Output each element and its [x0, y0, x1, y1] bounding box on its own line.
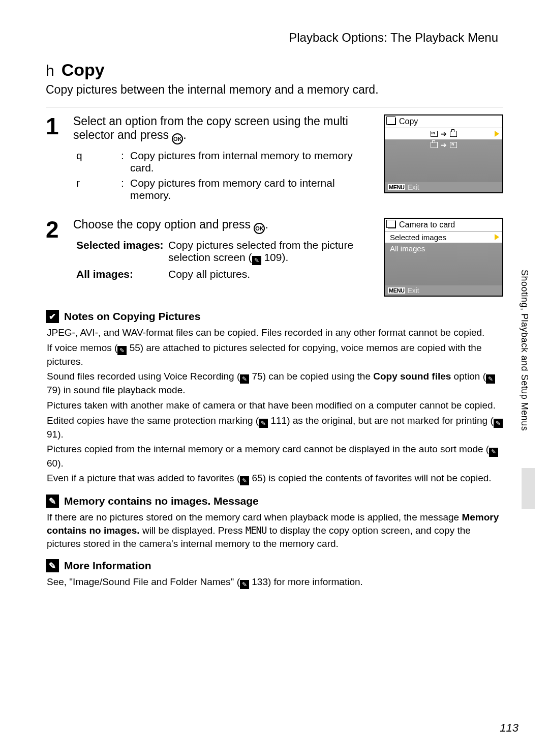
step-2-heading: Choose the copy option and press OK. — [73, 218, 375, 234]
arrow-right-icon: ➔ — [441, 130, 447, 138]
screen-row-mem-to-card: ➔ — [385, 128, 502, 139]
screen-row-all-images: All images — [385, 243, 502, 254]
note-p5: Edited copies have the same protection m… — [47, 414, 503, 441]
lcd-screen-camera-to-card: Camera to card Selected images All image… — [384, 218, 503, 297]
screen-row-selected-images: Selected images — [385, 231, 502, 243]
info-icon: ✎ — [46, 559, 59, 572]
card-icon — [450, 131, 457, 137]
lcd-screen-copy: Copy ➔ ➔ MENU Exit — [384, 114, 503, 193]
def-all-images: All images: Copy all pictures. — [73, 268, 375, 280]
screen-footer: MENU Exit — [385, 285, 502, 296]
step-number: 2 — [46, 218, 63, 297]
note-p7: Even if a picture that was added to favo… — [47, 472, 503, 485]
notes-more-info: ✎ More Information See, "Image/Sound Fil… — [46, 559, 503, 589]
menu-button-icon: MENU — [388, 184, 405, 190]
page-title-row: h Copy — [46, 60, 503, 80]
step-1-heading: Select an option from the copy screen us… — [73, 114, 375, 144]
page-ref-icon: ✎ — [117, 346, 127, 355]
page-ref-icon: ✎ — [240, 580, 249, 589]
step-1: 1 Select an option from the copy screen … — [46, 114, 503, 205]
ok-button-icon: OK — [172, 133, 183, 144]
copy-icon — [388, 221, 396, 228]
notes-no-images: ✎ Memory contains no images. Message If … — [46, 495, 503, 550]
copy-section-icon: h — [46, 62, 54, 79]
page-title: Copy — [62, 60, 105, 80]
screen-row-card-to-mem: ➔ — [385, 139, 502, 151]
note-p2: If voice memos (✎ 55) are attached to pi… — [47, 341, 503, 368]
pencil-icon: ✎ — [46, 495, 59, 508]
side-tab — [522, 468, 535, 509]
copy-icon — [388, 118, 396, 125]
note-title: More Information — [64, 560, 151, 572]
section-header: Playback Options: The Playback Menu — [46, 31, 498, 45]
card-icon — [431, 142, 438, 148]
menu-button-icon: MENU — [388, 287, 405, 294]
ok-button-icon: OK — [254, 223, 265, 234]
note-more-info-text: See, "Image/Sound File and Folder Names"… — [47, 575, 503, 589]
page-ref-icon: ✎ — [240, 374, 249, 384]
internal-memory-icon — [450, 142, 457, 148]
screen-footer: MENU Exit — [385, 182, 502, 192]
note-p4: Pictures taken with another make of came… — [47, 399, 503, 412]
manual-page: Playback Options: The Playback Menu h Co… — [0, 0, 549, 756]
note-title: Notes on Copying Pictures — [64, 310, 200, 323]
note-p3: Sound files recorded using Voice Recordi… — [47, 370, 503, 397]
note-p6: Pictures copied from the internal memory… — [47, 443, 503, 470]
screen-title: Copy — [385, 115, 502, 128]
arrow-right-icon: ➔ — [441, 141, 447, 149]
intro-text: Copy pictures between the internal memor… — [46, 83, 503, 97]
divider — [46, 107, 503, 107]
note-memory-text: If there are no pictures stored on the m… — [47, 511, 503, 550]
option-q: q : Copy pictures from internal memory t… — [73, 150, 375, 174]
internal-memory-icon — [431, 131, 438, 137]
def-selected-images: Selected images: Copy pictures selected … — [73, 239, 375, 265]
page-ref-icon: ✎ — [240, 476, 249, 485]
step-2: 2 Choose the copy option and press OK. S… — [46, 218, 503, 297]
page-ref-icon: ✎ — [494, 419, 503, 428]
page-ref-icon: ✎ — [489, 448, 498, 457]
step-number: 1 — [46, 114, 63, 205]
page-ref-icon: ✎ — [259, 419, 268, 428]
side-chapter-label: Shooting, Playback and Setup Menus — [519, 270, 530, 431]
page-number: 113 — [500, 721, 518, 735]
note-title: Memory contains no images. Message — [64, 495, 259, 507]
page-ref-icon: ✎ — [486, 374, 495, 384]
notes-copying: ✔ Notes on Copying Pictures JPEG-, AVI-,… — [46, 310, 503, 485]
option-r: r : Copy pictures from memory card to in… — [73, 177, 375, 201]
note-p1: JPEG-, AVI-, and WAV-format files can be… — [47, 326, 503, 339]
page-ref-icon: ✎ — [252, 256, 261, 265]
screen-title: Camera to card — [385, 219, 502, 231]
caution-icon: ✔ — [46, 310, 59, 323]
